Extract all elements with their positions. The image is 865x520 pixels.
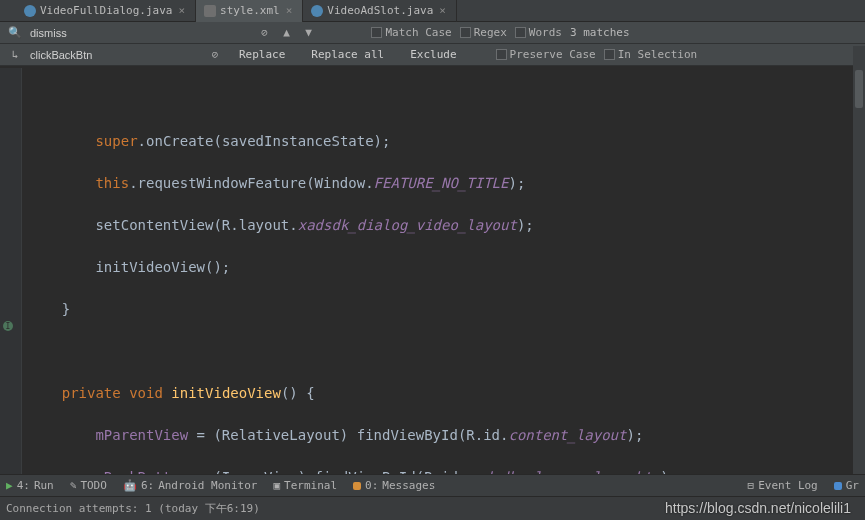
clear-icon[interactable]: ⊘ <box>257 26 271 40</box>
prev-match-button[interactable]: ▲ <box>279 26 293 40</box>
match-count: 3 matches <box>570 26 630 39</box>
close-icon[interactable]: × <box>284 4 295 17</box>
svg-text:I: I <box>6 322 11 331</box>
regex-checkbox[interactable]: Regex <box>460 26 507 39</box>
close-icon[interactable]: × <box>176 4 187 17</box>
replace-button[interactable]: Replace <box>230 47 294 62</box>
in-selection-checkbox[interactable]: In Selection <box>604 48 697 61</box>
android-monitor-toolwindow[interactable]: 🤖 6: Android Monitor <box>123 479 258 492</box>
words-checkbox[interactable]: Words <box>515 26 562 39</box>
terminal-toolwindow[interactable]: ▣ Terminal <box>273 479 337 492</box>
gutter <box>0 68 22 496</box>
gradle-console-button[interactable]: Gr <box>834 479 859 492</box>
todo-toolwindow[interactable]: ✎ TODO <box>70 479 107 492</box>
replace-input[interactable] <box>30 49 200 61</box>
messages-toolwindow[interactable]: 0: Messages <box>353 479 435 492</box>
next-match-button[interactable]: ▼ <box>301 26 315 40</box>
scroll-thumb[interactable] <box>855 70 863 108</box>
replace-icon: ↳ <box>8 48 22 62</box>
tool-window-bar: ▶4: Run ✎ TODO 🤖 6: Android Monitor ▣ Te… <box>0 474 865 496</box>
preserve-case-checkbox[interactable]: Preserve Case <box>496 48 596 61</box>
run-toolwindow[interactable]: ▶4: Run <box>6 479 54 492</box>
java-file-icon <box>311 5 323 17</box>
tab-label: VideoFullDialog.java <box>40 4 172 17</box>
status-text: Connection attempts: 1 (today 下午6:19) <box>6 501 260 516</box>
tab-stylexml[interactable]: style.xml × <box>196 0 303 22</box>
clear-icon[interactable]: ⊘ <box>208 48 222 62</box>
tab-videoadslot[interactable]: VideoAdSlot.java × <box>303 0 457 22</box>
implement-icon: I <box>2 320 14 332</box>
replace-all-button[interactable]: Replace all <box>302 47 393 62</box>
xml-file-icon <box>204 5 216 17</box>
match-case-checkbox[interactable]: Match Case <box>371 26 451 39</box>
search-icon: 🔍 <box>8 26 22 40</box>
scrollbar[interactable] <box>853 46 865 474</box>
replace-bar: ↳ ⊘ Replace Replace all Exclude Preserve… <box>0 44 865 66</box>
find-input[interactable] <box>30 27 249 39</box>
java-file-icon <box>24 5 36 17</box>
editor-tabs: VideoFullDialog.java × style.xml × Video… <box>0 0 865 22</box>
close-icon[interactable]: × <box>437 4 448 17</box>
find-bar: 🔍 ⊘ ▲ ▼ Match Case Regex Words 3 matches <box>0 22 865 44</box>
tab-label: style.xml <box>220 4 280 17</box>
event-log-button[interactable]: ⊟ Event Log <box>748 479 818 492</box>
tab-videofulldialog[interactable]: VideoFullDialog.java × <box>16 0 196 22</box>
tab-label: VideoAdSlot.java <box>327 4 433 17</box>
watermark-text: https://blog.csdn.net/nicolelili1 <box>665 500 851 516</box>
exclude-button[interactable]: Exclude <box>401 47 465 62</box>
code-editor[interactable]: I super.onCreate(savedInstanceState); th… <box>0 66 865 496</box>
